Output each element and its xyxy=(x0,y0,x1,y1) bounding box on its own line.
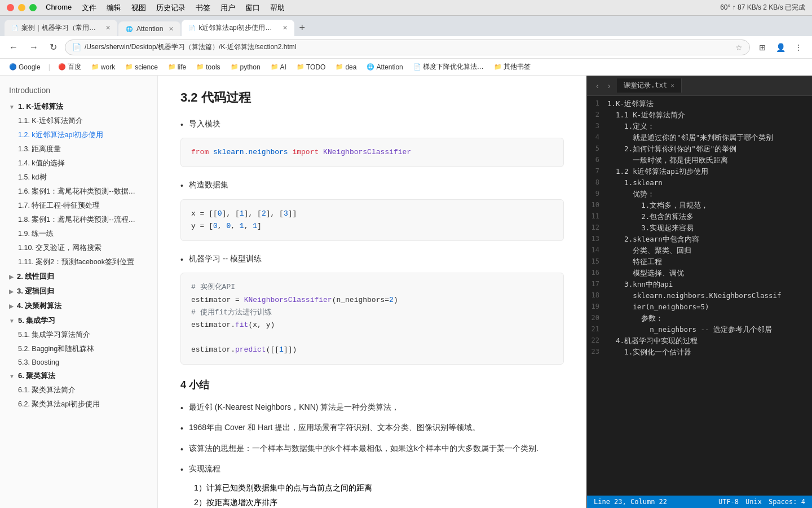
sidebar-section-1[interactable]: ▼ 1. K-近邻算法 xyxy=(0,99,157,114)
minimize-button[interactable] xyxy=(18,4,25,11)
tab1-close[interactable]: ✕ xyxy=(105,24,111,32)
line-num-17: 17 xyxy=(587,280,607,291)
sidebar-item-6-1[interactable]: 6.1. 聚类算法简介 xyxy=(0,383,157,397)
line-content-14: 分类、聚类、回归 xyxy=(607,246,812,257)
bookmark-gradient[interactable]: 📄 梯度下降优化算法… xyxy=(410,61,487,73)
os-menu-history[interactable]: 历史记录 xyxy=(156,3,186,13)
sidebar-item-5-1[interactable]: 5.1. 集成学习算法简介 xyxy=(0,328,157,342)
sidebar-section-2[interactable]: ▶ 2. 线性回归 xyxy=(0,269,157,284)
sidebar-item-1-10[interactable]: 1.10. 交叉验证，网格搜索 xyxy=(0,241,157,255)
sidebar-item-1-7-label: 1.7. 特征工程-特征预处理 xyxy=(18,201,100,211)
close-button[interactable] xyxy=(7,4,14,11)
code-block-3: # 实例化API estimator = KNeighborsClassifie… xyxy=(180,273,564,365)
settings-icon[interactable]: ⋮ xyxy=(791,40,806,55)
tab3-close[interactable]: ✕ xyxy=(283,24,288,32)
bookmark-others-label: 其他书签 xyxy=(504,62,531,72)
line-4: 4 就是通过你的"邻居"来判断你属于哪个类别 xyxy=(587,133,812,144)
os-menu-chrome[interactable]: Chrome xyxy=(46,3,72,13)
os-menu-edit[interactable]: 编辑 xyxy=(107,3,121,13)
tab-1[interactable]: 📄 案例｜机器学习（常用机器学习算… ✕ xyxy=(5,20,117,36)
os-menu-bookmarks[interactable]: 书签 xyxy=(196,3,210,13)
os-menu-window[interactable]: 窗口 xyxy=(245,3,260,13)
traffic-lights[interactable] xyxy=(7,4,37,11)
sidebar-item-1-2-label: 1.2. k近邻算法api初步使用 xyxy=(18,130,103,140)
panel-nav-right[interactable]: › xyxy=(606,80,613,91)
os-menu-file[interactable]: 文件 xyxy=(82,3,96,13)
line-content-18: sklearn.neighbors.KNeighborsClassif xyxy=(607,291,812,303)
bookmark-star-icon[interactable]: ☆ xyxy=(735,43,743,52)
line-content-11: 2.包含的算法多 xyxy=(607,212,812,224)
sidebar-item-6-2-label: 6.2. 聚类算法api初步使用 xyxy=(18,400,100,409)
line-num-2: 2 xyxy=(587,111,607,122)
summary-step-1-text: 1）计算已知类别数据集中的点与当前点之间的距离 xyxy=(194,483,372,492)
tab2-close[interactable]: ✕ xyxy=(169,25,174,33)
maximize-button[interactable] xyxy=(29,4,37,11)
bookmark-baidu[interactable]: 🔴 百度 xyxy=(55,61,85,73)
line-22: 22 4.机器学习中实现的过程 xyxy=(587,336,812,348)
sidebar-item-1-2[interactable]: 1.2. k近邻算法api初步使用 xyxy=(0,128,157,142)
sidebar-item-1-9[interactable]: 1.9. 练一练 xyxy=(0,227,157,241)
sidebar-section-6[interactable]: ▼ 6. 聚类算法 xyxy=(0,369,157,383)
extensions-icon[interactable]: ⊞ xyxy=(754,40,770,55)
forward-button[interactable]: → xyxy=(26,40,42,55)
panel-tab-close-icon[interactable]: ✕ xyxy=(670,82,674,89)
panel-nav-left[interactable]: ‹ xyxy=(594,80,601,91)
expand-arrow-icon-4: ▶ xyxy=(9,303,14,309)
sidebar-item-1-7[interactable]: 1.7. 特征工程-特征预处理 xyxy=(0,199,157,213)
os-menu-user[interactable]: 用户 xyxy=(220,3,235,13)
sidebar-item-1-4-label: 1.4. k值的选择 xyxy=(18,159,65,168)
sidebar-item-1-11[interactable]: 1.11. 案例2：预测facebook签到位置 xyxy=(0,255,157,269)
footer-right: UTF-8 Unix Spaces: 4 xyxy=(718,498,805,506)
reload-button[interactable]: ↻ xyxy=(46,40,60,55)
bookmark-todo[interactable]: 📁 TODO xyxy=(293,62,329,72)
line-num-6: 6 xyxy=(587,156,607,167)
sidebar-item-6-2[interactable]: 6.2. 聚类算法api初步使用 xyxy=(0,397,157,411)
bullet-text-2: 构造数据集 xyxy=(189,178,228,191)
sidebar-item-1-4[interactable]: 1.4. k值的选择 xyxy=(0,156,157,170)
bookmark-science[interactable]: 📁 science xyxy=(122,62,161,72)
line-num-5: 5 xyxy=(587,144,607,156)
bookmark-life[interactable]: 📁 life xyxy=(165,62,189,72)
browser-toolbar: ← → ↻ 📄 /Users/sherwin/Desktop/机器学习（算法篇）… xyxy=(0,36,812,59)
sidebar-item-1-8[interactable]: 1.8. 案例1：鸢尾花种类预测--流程… xyxy=(0,213,157,227)
sidebar-item-1-1[interactable]: 1.1. K-近邻算法简介 xyxy=(0,114,157,128)
back-button[interactable]: ← xyxy=(6,40,21,55)
line-content-9: 优势： xyxy=(607,190,812,201)
url-bar[interactable]: 📄 /Users/sherwin/Desktop/机器学习（算法篇）/K-近邻算… xyxy=(65,40,750,55)
new-tab-button[interactable]: + xyxy=(295,22,308,34)
bullet-text-1: 导入模块 xyxy=(189,117,220,130)
os-menu-help[interactable]: 帮助 xyxy=(270,3,285,13)
bookmark-ai[interactable]: 📁 AI xyxy=(267,62,290,72)
line-6: 6 一般时候，都是使用欧氏距离 xyxy=(587,156,812,167)
bookmark-attention[interactable]: 🌐 Attention xyxy=(363,62,406,72)
sidebar-item-1-5[interactable]: 1.5. kd树 xyxy=(0,170,157,185)
bookmark-python-label: python xyxy=(240,63,261,71)
bookmark-todo-label: TODO xyxy=(306,63,325,71)
bookmark-tools[interactable]: 📁 tools xyxy=(193,62,223,72)
sidebar-item-1-3[interactable]: 1.3. 距离度量 xyxy=(0,142,157,156)
gradient-icon: 📄 xyxy=(413,63,421,71)
sidebar-item-5-2[interactable]: 5.2. Bagging和随机森林 xyxy=(0,342,157,356)
profile-icon[interactable]: 👤 xyxy=(773,40,788,55)
bookmark-work[interactable]: 📁 work xyxy=(88,62,118,72)
bookmark-others[interactable]: 📁 其他书签 xyxy=(491,61,534,73)
sidebar-section3-label: 3. 逻辑回归 xyxy=(17,286,54,296)
os-menu-view[interactable]: 视图 xyxy=(131,3,146,13)
sidebar-item-1-6[interactable]: 1.6. 案例1：鸢尾花种类预测--数据… xyxy=(0,185,157,199)
panel-tab[interactable]: 课堂记录.txt ✕ xyxy=(617,78,682,93)
sidebar-item-5-3-label: 5.3. Boosting xyxy=(18,358,59,366)
line-content-12: 3.实现起来容易 xyxy=(607,224,812,235)
bookmark-dea[interactable]: 📁 dea xyxy=(332,62,360,72)
summary-step-1: 1）计算已知类别数据集中的点与当前点之间的距离 xyxy=(180,483,564,493)
sidebar-item-5-3[interactable]: 5.3. Boosting xyxy=(0,356,157,369)
sidebar-section-3[interactable]: ▶ 3. 逻辑回归 xyxy=(0,284,157,299)
line-num-3: 3 xyxy=(587,122,607,133)
sidebar-section-4[interactable]: ▶ 4. 决策树算法 xyxy=(0,299,157,313)
line-content-10: 1.文档多，且规范， xyxy=(607,201,812,212)
bookmark-google[interactable]: 🔵 Google xyxy=(6,62,44,72)
tab-3[interactable]: 📄 k近邻算法api初步使用｜机器学… ✕ xyxy=(182,20,294,36)
bookmark-python[interactable]: 📁 python xyxy=(227,62,264,72)
summary-bullet-dot-1: • xyxy=(180,402,183,414)
sidebar-section-5[interactable]: ▼ 5. 集成学习 xyxy=(0,313,157,328)
tab-2[interactable]: 🌐 Attention ✕ xyxy=(118,21,180,36)
